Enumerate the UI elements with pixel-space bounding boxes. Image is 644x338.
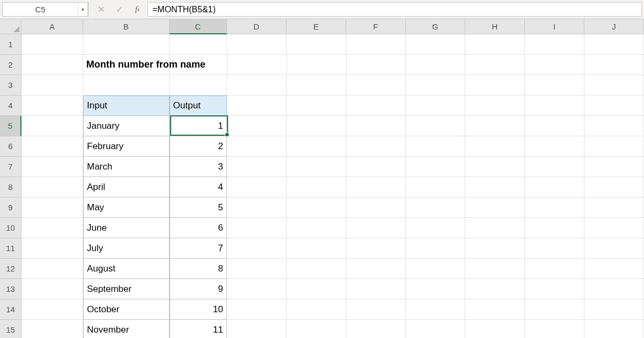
column-header-H[interactable]: H: [465, 19, 525, 34]
cell[interactable]: [287, 116, 346, 136]
cell[interactable]: [227, 75, 287, 95]
row-header-15[interactable]: 15: [0, 320, 21, 338]
cell[interactable]: [346, 157, 406, 177]
table-cell-output[interactable]: 8: [170, 259, 227, 279]
cell[interactable]: [21, 157, 83, 177]
cell[interactable]: [584, 157, 644, 177]
cell[interactable]: [465, 218, 525, 238]
enter-icon[interactable]: ✓: [110, 2, 128, 17]
table-cell-input[interactable]: August: [83, 259, 170, 279]
cell[interactable]: [347, 55, 406, 75]
cell[interactable]: [346, 279, 406, 299]
column-header-A[interactable]: A: [21, 19, 83, 34]
name-box-dropdown-icon[interactable]: ▾: [78, 3, 87, 16]
cell[interactable]: [21, 34, 83, 55]
row-header-10[interactable]: 10: [0, 218, 21, 238]
select-all-button[interactable]: [0, 19, 21, 34]
cell[interactable]: [287, 34, 346, 55]
cell[interactable]: [287, 279, 346, 299]
cell[interactable]: [227, 177, 287, 197]
table-cell-input[interactable]: June: [83, 218, 170, 238]
cell[interactable]: [227, 299, 287, 320]
cell[interactable]: [406, 95, 465, 116]
cell[interactable]: [406, 259, 465, 279]
row-header-11[interactable]: 11: [0, 238, 21, 259]
cell[interactable]: [406, 299, 465, 320]
row-header-6[interactable]: 6: [0, 136, 21, 157]
cell[interactable]: [287, 197, 346, 218]
cell[interactable]: [584, 218, 644, 238]
cell[interactable]: [346, 299, 406, 320]
column-header-E[interactable]: E: [287, 19, 346, 34]
cell[interactable]: [287, 75, 346, 95]
row-header-5[interactable]: 5: [0, 116, 21, 136]
cell[interactable]: [21, 279, 83, 299]
cell[interactable]: [465, 279, 525, 299]
cell[interactable]: [406, 218, 465, 238]
cell[interactable]: [346, 136, 406, 157]
table-cell-input[interactable]: November: [83, 320, 170, 338]
cell[interactable]: [465, 238, 525, 259]
cell[interactable]: [584, 320, 644, 338]
cell[interactable]: [406, 177, 465, 197]
table-cell-output[interactable]: 5: [170, 197, 227, 218]
cell[interactable]: [227, 116, 287, 136]
cell[interactable]: [525, 320, 584, 338]
cell[interactable]: [406, 197, 465, 218]
cell[interactable]: [406, 320, 465, 338]
cell[interactable]: [465, 157, 525, 177]
row-header-8[interactable]: 8: [0, 177, 21, 197]
cell[interactable]: [227, 157, 287, 177]
cell[interactable]: [465, 320, 525, 338]
cell[interactable]: [406, 238, 465, 259]
cell[interactable]: [21, 95, 83, 116]
cell[interactable]: [227, 218, 287, 238]
table-cell-output[interactable]: 4: [170, 177, 227, 197]
cell[interactable]: [525, 116, 584, 136]
cell[interactable]: [465, 177, 525, 197]
column-header-I[interactable]: I: [525, 19, 584, 34]
table-cell-input[interactable]: May: [83, 197, 170, 218]
cell[interactable]: [584, 299, 644, 320]
cell[interactable]: [21, 197, 83, 218]
cell[interactable]: [584, 75, 644, 95]
cell[interactable]: [584, 55, 644, 75]
table-cell-output[interactable]: 1: [170, 116, 227, 136]
cell[interactable]: [21, 320, 83, 338]
cell[interactable]: [465, 95, 525, 116]
cell[interactable]: [406, 75, 465, 95]
cell[interactable]: [465, 55, 525, 75]
cell[interactable]: [21, 55, 83, 75]
table-cell-output[interactable]: 7: [170, 238, 227, 259]
table-cell-output[interactable]: 10: [170, 299, 227, 320]
row-header-14[interactable]: 14: [0, 299, 21, 320]
cell[interactable]: [525, 95, 584, 116]
cell[interactable]: [525, 279, 584, 299]
cell[interactable]: [525, 259, 584, 279]
cell[interactable]: [227, 136, 287, 157]
row-header-4[interactable]: 4: [0, 95, 21, 116]
cell[interactable]: [227, 238, 287, 259]
table-cell-input[interactable]: March: [83, 157, 170, 177]
column-header-J[interactable]: J: [584, 19, 644, 34]
cell[interactable]: [525, 218, 584, 238]
cell[interactable]: [227, 34, 287, 55]
cell[interactable]: [346, 75, 406, 95]
cell[interactable]: [346, 197, 406, 218]
table-cell-output[interactable]: 2: [170, 136, 227, 157]
cell[interactable]: [525, 55, 584, 75]
cell[interactable]: [584, 197, 644, 218]
table-cell-output[interactable]: 3: [170, 157, 227, 177]
cancel-icon[interactable]: ✕: [92, 2, 110, 17]
table-header-input[interactable]: Input: [83, 95, 170, 116]
cell[interactable]: [525, 75, 584, 95]
table-cell-input[interactable]: October: [83, 299, 170, 320]
cell[interactable]: [525, 157, 584, 177]
cell[interactable]: [83, 75, 170, 95]
cell[interactable]: [584, 34, 644, 55]
insert-function-icon[interactable]: fx: [128, 2, 147, 17]
table-cell-output[interactable]: 9: [170, 279, 227, 299]
cell[interactable]: [584, 136, 644, 157]
cell[interactable]: [525, 177, 584, 197]
name-box[interactable]: C5 ▾: [2, 2, 88, 17]
